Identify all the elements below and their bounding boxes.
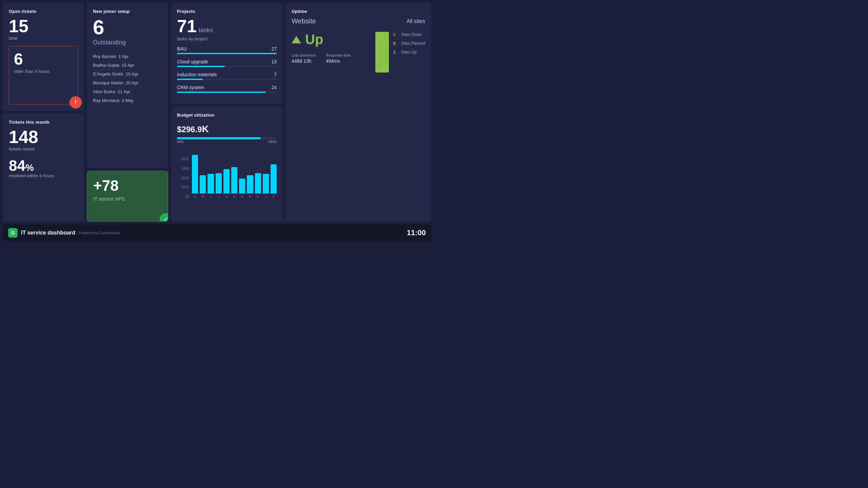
chart-bar [255,173,261,194]
project-name: CRM system [177,85,204,90]
new-joiner-card: New joiner setup 6 Outstanding Roy Barne… [87,3,168,168]
new-joiner-list: Roy Barnes: 1 AprRadha Gupta: 15 AprD'An… [93,52,162,162]
chart-bar-col: D [255,151,261,199]
last-downtime-value: 448d 13h [292,58,311,64]
uptime-meta: Last downtime 448d 13h Response time 494… [292,53,370,64]
project-name: Induction materials [177,72,217,77]
legend-item: 0 Sites Paused [393,41,425,46]
uptime-title: Uptime [292,9,425,14]
chart-bar [192,155,198,194]
project-rows: BAU 27 Cloud upgrade 13 Induction materi… [177,46,277,93]
site-bar-visual [375,32,389,73]
legend-count: 0 [393,32,398,37]
budget-bar-label-left: 84% [177,140,184,144]
powered-by: Powered by Geckoboard [79,231,120,235]
project-name: Cloud upgrade [177,59,208,64]
response-time-value: 494ms [326,58,340,64]
chart-x-label: F [273,195,275,199]
joiner-list-item: Roy Barnes: 1 Apr [93,52,162,61]
up-arrow-icon [292,36,301,43]
nps-check-icon: ✓ [160,213,168,222]
project-row: CRM system 24 [177,85,277,93]
new-joiner-title: New joiner setup [93,9,162,14]
chart-bar-col: F [271,151,277,199]
tickets-month-card: Tickets this month 148 tickets raised 84… [3,114,84,222]
clock: 11:00 [407,228,426,237]
open-tickets-alert-box: 6 older than 4 hours ! [9,46,78,105]
chart-x-label: N [249,195,251,199]
chart-bar [200,175,206,194]
legend-item: 1 Sites Up [393,49,425,55]
legend-label: Sites Up [401,50,416,55]
uptime-all-sites-section: 0 Sites Down 0 Sites Paused 1 Sites Up [375,32,425,73]
chart-bar [271,164,277,194]
gecko-logo: G [8,228,18,238]
budget-title: Budget utlization [177,113,277,118]
chart-y-label: $10K [177,185,189,189]
nps-card: +78 IT service NPS ✓ [87,171,168,222]
budget-bar: 84% +350x [177,137,277,144]
uptime-website-section: Up Last downtime 448d 13h Response time … [292,32,370,70]
legend-count: 1 [393,49,398,55]
new-joiner-status: Outstanding [93,39,162,46]
chart-x-label: J [265,195,267,199]
chart-y-label: $40K [177,157,189,161]
legend-label: Sites Down [401,32,422,37]
projects-tasks-label: tasks [199,27,213,34]
tickets-month-percent-label: resolved within 4 hours [9,173,78,178]
chart-x-label: O [241,195,243,199]
project-count: 27 [271,46,277,52]
nps-label: IT service NPS [93,196,162,202]
budget-bar-label-right: +350x [267,140,277,144]
chart-bar-col: M [200,151,206,199]
uptime-header: Website All sites [292,17,425,25]
chart-y-label: $30K [177,167,189,170]
chart-bar-col: J [263,151,269,199]
joiner-list-item: Monique Martin: 20 Apr [93,79,162,87]
budget-chart: $40K$30K$20K$10K$0 AMJJASONDJF [177,147,277,205]
open-tickets-label: total [9,36,78,41]
project-name: BAU [177,46,187,52]
legend-label: Sites Paused [401,41,425,46]
uptime-status-text: Up [305,32,323,47]
project-row: BAU 27 [177,46,277,54]
legend-item: 0 Sites Down [393,32,425,37]
open-tickets-alert-number: 6 [14,51,73,67]
chart-bar-col: J [216,151,222,199]
chart-x-label: J [218,195,219,199]
tickets-month-title: Tickets this month [9,120,78,125]
alert-icon: ! [70,96,82,108]
response-time-label: Response time [326,53,351,57]
chart-y-label: $0 [177,195,189,199]
projects-title: Projects [177,9,277,14]
last-downtime-label: Last downtime [292,53,316,57]
project-row: Cloud upgrade 13 [177,59,277,67]
legend-count: 0 [393,41,398,46]
project-count: 24 [271,85,277,90]
tickets-month-count: 148 [9,128,78,146]
chart-bar [263,174,269,194]
new-joiner-count: 6 [93,17,162,38]
open-tickets-alert-label: older than 4 hours [14,69,73,74]
chart-bar-col: S [231,151,237,199]
response-time-item: Response time 494ms [326,53,351,64]
tasks-by-label: tasks by project [177,36,277,41]
chart-bar [231,167,237,194]
project-count: 13 [271,59,277,64]
chart-y-label: $20K [177,176,189,180]
open-tickets-card: Open tickets 15 total 6 older than 4 hou… [3,3,84,111]
chart-bar [239,179,245,194]
chart-x-label: D [257,195,259,199]
uptime-website-label: Website [292,17,316,25]
chart-bar [216,173,222,194]
project-row: Induction materials 7 [177,72,277,80]
chart-bar-col: N [247,151,253,199]
open-tickets-total: 15 [9,17,78,35]
dashboard-title: IT service dashboard [21,230,75,236]
budget-amount: $296.9K [177,121,277,135]
projects-header: 71 tasks [177,17,277,35]
chart-x-label: M [201,195,204,199]
project-count: 7 [274,72,277,77]
joiner-list-item: Alice Burke: 21 Apr [93,87,162,96]
projects-total: 71 [177,17,197,35]
